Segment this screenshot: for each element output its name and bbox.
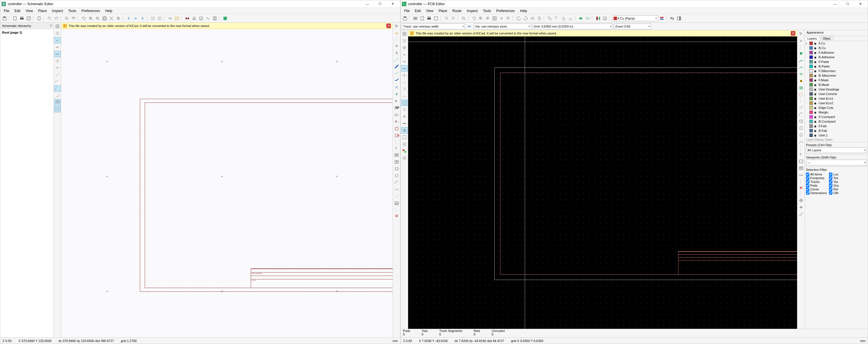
- menu-file[interactable]: File: [402, 8, 412, 13]
- filter-checkbox[interactable]: Tracks: [806, 180, 827, 184]
- draw-line-icon[interactable]: [798, 104, 804, 111]
- layer-row[interactable]: ◉User.1: [805, 133, 868, 137]
- rotate-ccw-icon[interactable]: [516, 15, 522, 22]
- bom-icon[interactable]: [212, 15, 218, 22]
- add-image-icon[interactable]: [394, 200, 400, 207]
- add-table-icon[interactable]: [798, 165, 804, 171]
- footprint-browser-icon[interactable]: [585, 15, 591, 22]
- layer-row[interactable]: ◉B.Cu: [805, 46, 868, 50]
- zoom-out-icon[interactable]: [485, 15, 491, 22]
- outline-vias-icon[interactable]: [401, 114, 408, 120]
- menu-help[interactable]: Help: [518, 8, 529, 13]
- draw-circle-icon[interactable]: [798, 125, 804, 131]
- menu-tools[interactable]: Tools: [66, 8, 79, 13]
- nav-back-icon[interactable]: [126, 15, 132, 22]
- unlock-icon[interactable]: [567, 15, 574, 22]
- set-origin-icon[interactable]: [798, 197, 804, 204]
- layer-row[interactable]: ◉F.Silkscreen: [805, 69, 868, 73]
- filter-checkbox[interactable]: Via: [829, 180, 838, 184]
- add-textbox-icon[interactable]: [798, 158, 804, 164]
- add-arc-icon[interactable]: [394, 180, 400, 186]
- add-label-icon[interactable]: A: [394, 98, 400, 104]
- delete-tool-icon[interactable]: [798, 185, 804, 191]
- grid-dropdown[interactable]: Grid: 0.6350 mm (0.0250 in): [532, 24, 613, 29]
- simulator-icon[interactable]: [205, 15, 211, 22]
- maximize-button[interactable]: ☐: [374, 0, 386, 8]
- menu-inspect[interactable]: Inspect: [464, 8, 480, 13]
- filter-checkbox[interactable]: Dimensions: [806, 191, 827, 195]
- print-icon[interactable]: [19, 15, 25, 22]
- filter-checkbox[interactable]: Gra: [829, 184, 838, 187]
- menu-preferences[interactable]: Preferences: [494, 8, 517, 13]
- zoom-redraw-icon[interactable]: [471, 15, 477, 22]
- select-tool-icon[interactable]: [798, 31, 804, 37]
- filter-checkbox[interactable]: Pads: [806, 184, 827, 187]
- layer-row[interactable]: ◉User.Eco2: [805, 101, 868, 105]
- add-table-icon[interactable]: [394, 159, 400, 165]
- maximize-button[interactable]: ☐: [841, 0, 854, 8]
- select-tool-icon[interactable]: [394, 23, 400, 30]
- menu-place[interactable]: Place: [436, 8, 450, 13]
- zoom-dropdown[interactable]: Zoom 0.60: [614, 24, 651, 29]
- show-layers-manager-icon[interactable]: [676, 15, 682, 22]
- symbol-browser-icon[interactable]: [174, 15, 180, 22]
- outline-pads-icon[interactable]: [401, 106, 408, 113]
- outline-graphics-icon[interactable]: [401, 127, 408, 133]
- measure-tool-icon[interactable]: [798, 211, 804, 217]
- local-ratsnest-icon[interactable]: [798, 38, 804, 44]
- units-inch-icon[interactable]: in: [54, 37, 61, 43]
- layer-row[interactable]: ◉B.Adhesive: [805, 55, 868, 59]
- layer-display-options-link[interactable]: Layer Display Optior: [805, 137, 868, 142]
- units-mm-icon[interactable]: mm: [54, 51, 61, 57]
- layer-row[interactable]: ◉B.Paste: [805, 64, 868, 69]
- menu-tools[interactable]: Tools: [481, 8, 493, 13]
- paste-icon[interactable]: [36, 15, 42, 22]
- pcb-editor-icon[interactable]: [222, 15, 228, 22]
- layer-pair-icon[interactable]: [659, 15, 665, 22]
- zoom-objects-icon[interactable]: [498, 15, 505, 22]
- filter-checkbox[interactable]: Footprints: [806, 176, 827, 180]
- status-unit[interactable]: mm: [393, 339, 398, 343]
- ratsnest-toggle-icon[interactable]: [401, 86, 408, 92]
- add-bezier-icon[interactable]: [394, 186, 400, 193]
- ungroup-icon[interactable]: [554, 15, 560, 22]
- track-width-dropdown[interactable]: Track: use netclass width: [402, 24, 465, 29]
- symbol-editor-icon[interactable]: [167, 15, 173, 22]
- free-angle-icon[interactable]: [54, 71, 61, 78]
- route-diff-pair-icon[interactable]: [798, 64, 804, 70]
- tab-objects[interactable]: Objec: [820, 36, 834, 41]
- layer-row[interactable]: ◉User.Drawings: [805, 87, 868, 92]
- enter-sheet-icon[interactable]: [150, 15, 156, 22]
- hierarchy-root[interactable]: Root (page 1): [2, 31, 52, 34]
- highlight-net-icon[interactable]: [394, 30, 400, 36]
- print-icon[interactable]: [426, 15, 432, 22]
- zoom-in-icon[interactable]: [478, 15, 484, 22]
- mirror-h-icon[interactable]: [529, 15, 536, 22]
- filter-checkbox[interactable]: Loc: [829, 173, 838, 176]
- outline-zones-icon[interactable]: [401, 100, 408, 106]
- add-wire-icon[interactable]: [394, 57, 400, 63]
- zoom-out-icon[interactable]: [94, 15, 101, 22]
- set-grid-origin-icon[interactable]: [798, 204, 804, 211]
- footprint-assign-icon[interactable]: [184, 15, 190, 22]
- add-bus-entry-icon[interactable]: [394, 77, 400, 84]
- annotate-auto-icon[interactable]: R?: [54, 99, 61, 105]
- angle-any-icon[interactable]: [54, 92, 61, 98]
- tab-layers[interactable]: Layers: [805, 36, 819, 41]
- scripting-icon[interactable]: Py: [669, 15, 675, 22]
- menu-edit[interactable]: Edit: [12, 8, 23, 13]
- menu-view[interactable]: View: [424, 8, 436, 13]
- add-rect-icon[interactable]: [394, 166, 400, 172]
- zoom-redraw-icon[interactable]: [81, 15, 87, 22]
- add-zone-icon[interactable]: [798, 85, 804, 91]
- zoom-fit-icon[interactable]: [491, 15, 498, 22]
- add-symbol-icon[interactable]: [394, 43, 400, 49]
- add-dimension-icon[interactable]: [798, 172, 804, 178]
- find-icon[interactable]: [460, 15, 467, 22]
- close-button[interactable]: ✕: [386, 0, 399, 8]
- grid-overrides-icon[interactable]: [401, 38, 408, 44]
- zoom-selection-icon[interactable]: [505, 15, 512, 22]
- units-mil-icon[interactable]: mil: [401, 58, 408, 65]
- route-track-icon[interactable]: [798, 57, 804, 63]
- add-via-icon[interactable]: [798, 78, 804, 84]
